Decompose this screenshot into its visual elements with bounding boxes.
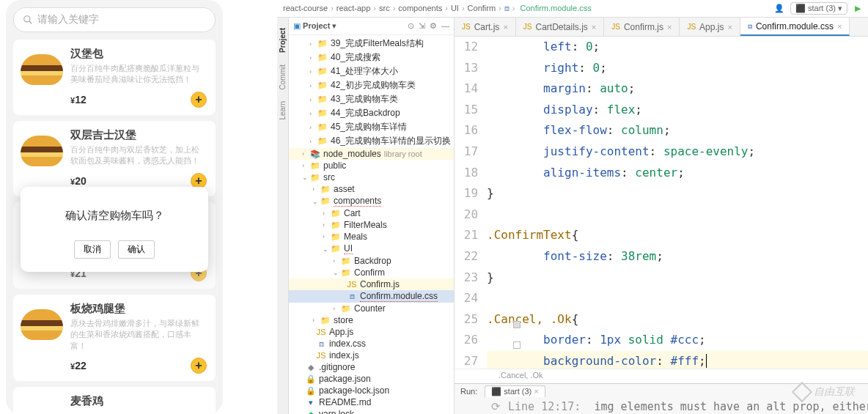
meal-item: 麦香鸡 <box>13 387 216 414</box>
watermark-icon <box>792 382 812 402</box>
meal-title: 板烧鸡腿堡 <box>70 302 207 316</box>
confirm-text: 确认清空购物车吗？ <box>35 209 194 223</box>
run-icon: ▶ <box>855 4 861 12</box>
svg-point-0 <box>24 16 30 22</box>
editor-tabs: JSCart.js× JSCartDetails.js× JSConfirm.j… <box>455 18 868 37</box>
meal-title: 麦香鸡 <box>70 394 207 408</box>
search-bar[interactable]: 请输入关键字 <box>13 7 216 32</box>
meal-desc: 百分百纯牛肉与双层香软芝，加上松软面包及美味酱料，诱惑无人能挡！ <box>70 144 207 167</box>
tab-confirm-js[interactable]: JSConfirm.js× <box>604 18 680 36</box>
tab-project[interactable]: Project <box>277 22 288 59</box>
run-label: Run: <box>460 387 477 396</box>
meal-title: 汉堡包 <box>70 47 207 61</box>
project-tree[interactable]: ›📁39_完成FilterMeals结构 ›📁40_完成搜索 ›📁41_处理字体… <box>289 35 454 414</box>
cancel-button[interactable]: 取消 <box>74 240 111 259</box>
confirm-modal: 确认清空购物车吗？ 取消 确认 <box>21 187 208 272</box>
tab-app-js[interactable]: JSApp.js× <box>680 18 740 36</box>
expand-all-icon[interactable]: ⇲ <box>419 21 425 31</box>
phone-preview: 请输入关键字 汉堡包 百分百纯牛肉配搭爽脆酸瓜洋葱粒与美味番茄经典滋味让你无法抵… <box>6 0 223 414</box>
close-icon[interactable]: × <box>534 387 538 396</box>
tab-cartdetails-js[interactable]: JSCartDetails.js× <box>516 18 604 36</box>
run-config-selector[interactable]: ⬛ start (3) ▾ <box>790 2 847 15</box>
run-output: ⟳ Line 12:17: img elements must have an … <box>455 399 868 414</box>
add-button[interactable]: + <box>191 358 207 374</box>
meal-title: 双层吉士汉堡 <box>70 128 207 142</box>
code: left: 0; right: 0; margin: auto; display… <box>487 37 868 369</box>
folder-icon: ▣ <box>293 21 301 30</box>
run-controls[interactable]: ▶ <box>853 4 862 13</box>
hide-icon[interactable]: — <box>441 21 449 31</box>
close-icon[interactable]: × <box>837 22 842 31</box>
change-marker-icon <box>513 341 521 349</box>
meal-item: 双层吉士汉堡 百分百纯牛肉与双层香软芝，加上松软面包及美味酱料，诱惑无人能挡！ … <box>13 121 216 196</box>
select-opened-icon[interactable]: ⊙ <box>408 21 414 31</box>
svg-line-1 <box>29 21 32 24</box>
meal-desc: 原块去骨鸡排嫩滑多汁，与翠绿新鲜的生菜和香浓烧鸡酱搭配，口感丰富！ <box>70 318 207 352</box>
tab-confirm-css[interactable]: ⧈Confirm.module.css× <box>740 18 850 36</box>
editor-breadcrumb: .Cancel, .Ok <box>455 369 868 383</box>
breadcrumb[interactable]: react-coursereact-appsrccomponentsUIConf… <box>283 4 603 13</box>
meal-desc: 百分百纯牛肉配搭爽脆酸瓜洋葱粒与美味番茄经典滋味让你无法抵挡！ <box>70 63 207 86</box>
run-tab[interactable]: ⬛ start (3) × <box>485 385 545 397</box>
gutter: 121314151617181920212223242526272829 <box>455 37 487 369</box>
meal-image <box>21 136 63 166</box>
editor-pane: JSCart.js× JSCartDetails.js× JSConfirm.j… <box>455 18 868 414</box>
code-editor[interactable]: 121314151617181920212223242526272829 lef… <box>455 37 868 369</box>
close-icon[interactable]: × <box>727 23 732 32</box>
search-placeholder: 请输入关键字 <box>37 13 99 26</box>
project-pane: ▣ Project ▾ ⊙ ⇲ ⚙ — ›📁39_完成FilterMeals结构… <box>289 18 455 414</box>
tool-window-tabs: Project Commit Learn <box>277 18 289 414</box>
add-button[interactable]: + <box>191 92 207 108</box>
meal-item: 汉堡包 百分百纯牛肉配搭爽脆酸瓜洋葱粒与美味番茄经典滋味让你无法抵挡！ ¥12 … <box>13 40 216 115</box>
ok-button[interactable]: 确认 <box>118 240 155 259</box>
close-icon[interactable]: × <box>592 23 596 32</box>
meal-item: 板烧鸡腿堡 原块去骨鸡排嫩滑多汁，与翠绿新鲜的生菜和香浓烧鸡酱搭配，口感丰富！ … <box>13 295 216 381</box>
search-icon <box>23 15 33 25</box>
tab-cart-js[interactable]: JSCart.js× <box>455 18 516 36</box>
ide-window: react-coursereact-appsrccomponentsUIConf… <box>277 0 868 414</box>
meal-price: ¥22 <box>70 360 87 372</box>
close-icon[interactable]: × <box>667 23 672 32</box>
meal-image <box>21 54 63 85</box>
project-header: ▣ Project ▾ ⊙ ⇲ ⚙ — <box>289 18 454 35</box>
meal-price: ¥20 <box>70 175 87 187</box>
change-marker-icon <box>513 321 521 328</box>
close-icon[interactable]: × <box>503 23 507 32</box>
tree-row-selected: ⧈Confirm.module.css <box>289 290 454 303</box>
meal-price: ¥12 <box>70 94 87 106</box>
breadcrumb-bar: react-coursereact-appsrccomponentsUIConf… <box>277 0 868 18</box>
user-icon[interactable]: 👤 <box>774 4 784 13</box>
watermark: 自由互联 <box>795 385 855 399</box>
meal-image <box>21 309 63 340</box>
settings-icon[interactable]: ⚙ <box>430 21 437 31</box>
tab-learn[interactable]: Learn <box>277 95 288 126</box>
tab-commit[interactable]: Commit <box>277 59 288 95</box>
